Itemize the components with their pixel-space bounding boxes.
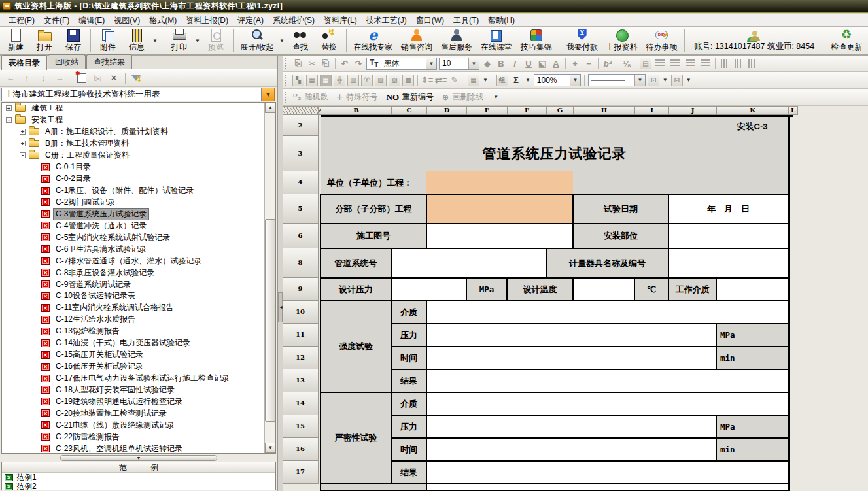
splitter-collapse-icon[interactable]: ◄ — [278, 292, 283, 322]
strength-pressure-label-cell[interactable]: 压力 — [391, 324, 426, 347]
column-header[interactable]: B — [321, 106, 392, 115]
border-dropdown-icon-1[interactable]: ▼ — [663, 77, 668, 83]
nav-right-icon[interactable]: → — [54, 73, 65, 83]
line-spacing-icon[interactable]: ⇕≡ — [421, 75, 433, 86]
tree-item[interactable]: C-20接地装置施工检查测试记录 — [2, 407, 264, 419]
tree-item[interactable]: C-12生活给水水质报告 — [2, 314, 264, 326]
vertical-text-icon-3[interactable] — [748, 59, 756, 68]
vertical-text-icon-2[interactable] — [735, 59, 742, 68]
attachment-button[interactable]: 附件 — [94, 27, 122, 54]
align-box-icon[interactable]: ▤ — [640, 58, 651, 69]
example-item[interactable]: 范例2 — [2, 482, 275, 490]
fraction-icon[interactable]: ⅛ — [621, 58, 633, 69]
subsection-label-cell[interactable]: 分部（子分部）工程 — [321, 194, 426, 224]
expand-toggle-icon[interactable] — [6, 105, 12, 111]
find-button[interactable]: 查找 — [286, 27, 315, 54]
design-temp-label-cell[interactable]: 设计温度 — [507, 278, 573, 301]
tree-item[interactable]: C-14油浸（干式）电力变压器试验记录 — [2, 337, 264, 349]
form-code-cell[interactable]: 安装C-3 — [716, 118, 788, 136]
subsection-input-cell[interactable] — [426, 194, 573, 224]
table-op-icon-7[interactable]: ▨ — [375, 75, 387, 86]
increase-size-icon[interactable]: + — [569, 58, 581, 69]
strength-test-group-cell[interactable]: 强度试验 — [321, 301, 391, 392]
row-header[interactable]: 9 — [283, 278, 319, 301]
tree-item[interactable]: 建筑工程 — [2, 103, 264, 114]
new-button[interactable]: 新建 — [1, 27, 30, 54]
drawing-no-label-cell[interactable]: 施工图号 — [321, 224, 426, 248]
nav-up-icon[interactable]: ↑ — [22, 73, 32, 83]
menu-item[interactable]: 窗口(W) — [411, 14, 449, 27]
draw-pen-icon[interactable]: ✎ — [449, 75, 460, 86]
tightness-test-group-cell[interactable]: 严密性试验 — [321, 392, 391, 484]
tightness-medium-input-cell[interactable] — [426, 392, 788, 415]
table-op-icon-2[interactable]: ▦ — [306, 75, 318, 86]
row-header[interactable]: 3 — [283, 136, 319, 171]
column-header[interactable]: H — [574, 106, 635, 115]
tree-item[interactable]: C-0-1目录 — [2, 161, 264, 173]
table-op-icon-1[interactable]: ▚ — [292, 75, 304, 86]
unit-project-input-cell[interactable] — [426, 171, 573, 194]
sum-icon[interactable]: Σ — [510, 75, 522, 86]
catalog-dropdown-icon[interactable]: ▼ — [262, 88, 275, 101]
scrollbar-thumb[interactable] — [265, 219, 276, 422]
open-button[interactable]: 打开 — [30, 27, 59, 54]
border-icon-2[interactable]: ⊡ — [671, 75, 683, 86]
expand-dropdown-icon[interactable]: ▼ — [279, 38, 285, 44]
table-op-icon-5[interactable]: ▥ — [347, 75, 359, 86]
payment-button[interactable]: 我要付款 — [562, 27, 602, 54]
column-header[interactable]: K — [717, 106, 789, 115]
random-number-button[interactable]: 随机数 — [305, 92, 328, 103]
tree-item[interactable]: C-18大型花灯安装牢固性试验记录 — [2, 384, 264, 396]
row-header[interactable]: 4 — [283, 171, 319, 194]
install-location-input-cell[interactable] — [668, 224, 788, 248]
collapse-handle[interactable]: ▼ — [60, 455, 217, 461]
tree-item[interactable]: C-13锅炉检测报告 — [2, 326, 264, 337]
tab-recycle-bin[interactable]: 回收站 — [48, 54, 86, 69]
menu-item[interactable]: 文件(F) — [39, 14, 74, 27]
fill-color-icon[interactable]: ⬕ — [536, 58, 548, 69]
column-header[interactable]: E — [467, 106, 508, 115]
row-header[interactable]: 8 — [283, 248, 319, 278]
menu-item[interactable]: 资料库(L) — [319, 14, 362, 27]
sales-consult-button[interactable]: 销售咨询 — [397, 27, 437, 54]
frame-icon[interactable]: 组 — [496, 75, 508, 86]
online-expert-button[interactable]: 在线找专家 — [349, 27, 397, 54]
catalog-select-value[interactable]: 上海市建筑工程竣工验收技术资料统一用表 — [1, 88, 262, 101]
tree-item[interactable]: C-8非承压设备灌水试验记录 — [2, 267, 264, 279]
row-header[interactable]: 16 — [283, 438, 319, 461]
table-op-icon-4[interactable]: ╬ — [334, 75, 345, 86]
form-title-cell[interactable]: 管道系统压力试验记录 — [321, 136, 788, 171]
menu-item[interactable]: 编辑(E) — [74, 14, 109, 27]
column-header[interactable]: J — [669, 106, 717, 115]
tree-item[interactable]: C-15高压开关柜试验记录 — [2, 349, 264, 361]
tab-form-catalog[interactable]: 表格目录 — [1, 55, 47, 70]
design-temp-unit-cell[interactable]: ℃ — [634, 278, 668, 301]
tree-item[interactable]: C-9管道系统调试记录 — [2, 279, 264, 290]
char-spacing-icon[interactable]: ⇄≡ — [435, 75, 447, 86]
tightness-time-unit-cell[interactable]: min — [716, 438, 788, 461]
online-class-button[interactable]: 在线课堂 — [476, 27, 516, 54]
cut-icon[interactable]: ✂ — [306, 58, 318, 69]
table-op-icon-8[interactable]: ▧ — [389, 75, 400, 86]
info-button[interactable]: 信息 — [122, 27, 151, 54]
strength-time-input-cell[interactable] — [426, 347, 716, 369]
copy-entry-icon[interactable]: ⎘ — [92, 73, 103, 84]
filter-icon[interactable] — [131, 75, 141, 81]
tree-scrollbar[interactable]: ▲ ▼ — [264, 103, 275, 453]
tightness-pressure-unit-cell[interactable]: MPa — [716, 415, 788, 438]
font-select[interactable]: TT 黑体 ▼ — [366, 58, 437, 70]
design-pressure-input-cell[interactable] — [391, 278, 466, 301]
expand-toggle-icon[interactable] — [20, 152, 26, 158]
align-center-icon[interactable] — [670, 59, 680, 67]
sum-dropdown-icon[interactable]: ▼ — [525, 77, 530, 83]
align-justify-icon[interactable] — [701, 59, 710, 67]
row-header[interactable]: 11 — [283, 324, 319, 347]
after-sales-button[interactable]: 售后服务 — [436, 27, 476, 54]
menu-item[interactable]: 帮助(H) — [483, 14, 519, 27]
row-header[interactable]: 5 — [283, 194, 319, 224]
tree-item[interactable]: C-6卫生洁具满水试验记录 — [2, 243, 264, 255]
row-header[interactable]: 15 — [283, 415, 319, 438]
tightness-time-input-cell[interactable] — [426, 438, 716, 461]
tree-item[interactable]: C-1承压、设备（附件、配件）试验记录 — [2, 185, 264, 197]
copy-icon[interactable]: ⎘ — [292, 58, 304, 69]
